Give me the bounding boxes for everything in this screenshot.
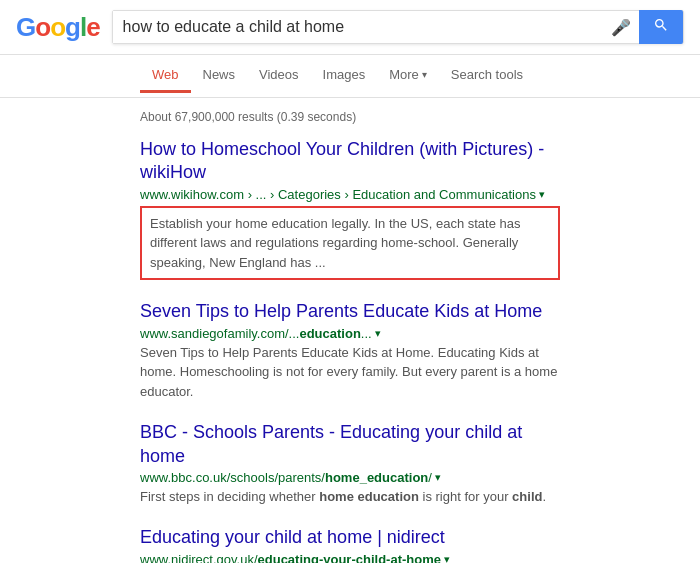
- tab-web[interactable]: Web: [140, 59, 191, 93]
- google-logo: Google: [16, 12, 100, 43]
- results-count: About 67,900,000 results (0.39 seconds): [140, 106, 560, 124]
- result-item: Seven Tips to Help Parents Educate Kids …: [140, 300, 560, 401]
- url-dropdown-icon[interactable]: ▾: [539, 188, 545, 201]
- result-url: www.wikihow.com › ... › Categories › Edu…: [140, 187, 560, 202]
- result-snippet: First steps in deciding whether home edu…: [140, 487, 560, 507]
- results-area: About 67,900,000 results (0.39 seconds) …: [0, 98, 700, 563]
- tab-news[interactable]: News: [191, 59, 248, 93]
- url-dropdown-icon[interactable]: ▾: [444, 553, 450, 563]
- header: Google how to educate a child at home 🎤: [0, 0, 700, 55]
- tab-search-tools[interactable]: Search tools: [439, 59, 535, 93]
- search-button[interactable]: [639, 10, 683, 44]
- result-title[interactable]: Educating your child at home | nidirect: [140, 526, 560, 549]
- result-snippet: Seven Tips to Help Parents Educate Kids …: [140, 343, 560, 402]
- search-bar: how to educate a child at home 🎤: [112, 10, 684, 44]
- tab-more[interactable]: More ▾: [377, 59, 439, 93]
- result-url: www.bbc.co.uk/schools/parents/home_educa…: [140, 470, 560, 485]
- url-dropdown-icon[interactable]: ▾: [375, 327, 381, 340]
- nav-tabs: Web News Videos Images More ▾ Search too…: [0, 55, 700, 98]
- result-url: www.nidirect.gov.uk/educating-your-child…: [140, 552, 560, 563]
- result-title[interactable]: How to Homeschool Your Children (with Pi…: [140, 138, 560, 185]
- result-url: www.sandiegofamily.com/...education... ▾: [140, 326, 560, 341]
- tab-videos[interactable]: Videos: [247, 59, 311, 93]
- result-title[interactable]: Seven Tips to Help Parents Educate Kids …: [140, 300, 560, 323]
- result-item: Educating your child at home | nidirect …: [140, 526, 560, 563]
- chevron-down-icon: ▾: [422, 69, 427, 80]
- result-item: BBC - Schools Parents - Educating your c…: [140, 421, 560, 506]
- search-input[interactable]: how to educate a child at home: [113, 11, 603, 43]
- result-title[interactable]: BBC - Schools Parents - Educating your c…: [140, 421, 560, 468]
- result-item: How to Homeschool Your Children (with Pi…: [140, 138, 560, 280]
- search-icon: [653, 17, 669, 33]
- microphone-icon[interactable]: 🎤: [603, 18, 639, 37]
- url-dropdown-icon[interactable]: ▾: [435, 471, 441, 484]
- tab-images[interactable]: Images: [311, 59, 378, 93]
- result-snippet-highlighted: Establish your home education legally. I…: [140, 206, 560, 281]
